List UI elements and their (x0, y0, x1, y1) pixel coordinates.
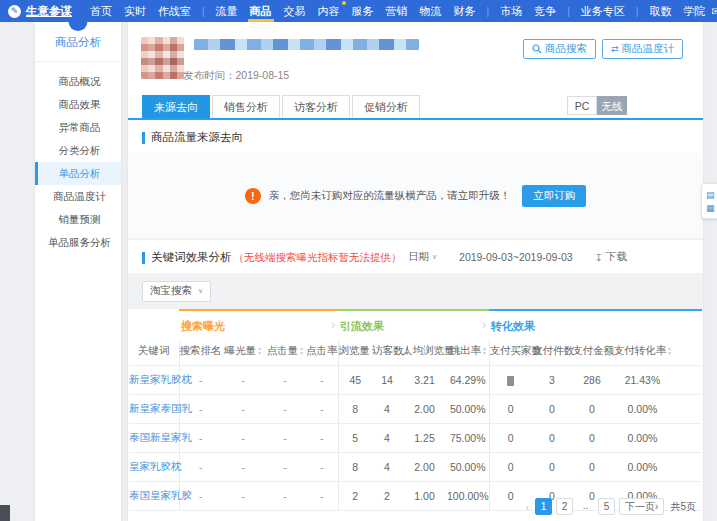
nav-item-财务[interactable]: 财务 (448, 0, 482, 22)
nav-item-作战室[interactable]: 作战室 (152, 0, 197, 22)
brand[interactable]: ✎ 生意参谋 (8, 4, 72, 19)
column-header-人均浏览量[interactable]: 人均浏览量▴▾ (402, 340, 447, 366)
nav-item-业务专区[interactable]: 业务专区 (575, 0, 631, 22)
cell-点击率: - (306, 395, 338, 424)
product-thermometer-label: 商品温度计 (622, 42, 675, 56)
device-option-无线[interactable]: 无线 (597, 96, 627, 115)
cell-访客数: 14 (372, 366, 402, 395)
sidebar-item-销量预测[interactable]: 销量预测 (35, 208, 121, 231)
product-search-label: 商品搜索 (545, 42, 587, 56)
download-icon: ↧ (595, 252, 603, 263)
nav-item-商品[interactable]: 商品 (244, 0, 278, 22)
product-thermometer-button[interactable]: ⇄ 商品温度计 (602, 39, 683, 59)
date-dropdown[interactable]: 日期 ∨ (408, 250, 437, 264)
nav-item-学院[interactable]: 学院 (677, 0, 711, 22)
product-search-button[interactable]: 商品搜索 (523, 39, 596, 59)
sidebar-item-异常商品[interactable]: 异常商品 (35, 116, 121, 139)
column-header-跳出率[interactable]: 跳出率▴▾ (447, 340, 489, 366)
cell-曝光量: - (222, 424, 264, 453)
keyword-link[interactable]: 泰国皇家乳胶 (129, 482, 179, 511)
nav-item-竞争[interactable]: 竞争 (528, 0, 562, 22)
cell-支付转化率: 0.00% (612, 453, 673, 482)
column-header-浏览量[interactable]: 浏览量▴▾ (338, 340, 372, 366)
date-range-value[interactable]: 2019-09-03~2019-09-03 (459, 251, 573, 263)
tab-促销分析[interactable]: 促销分析 (352, 95, 420, 118)
filter-band: 淘宝搜索 ∨ (128, 273, 703, 309)
nav-item-市场[interactable]: 市场 (494, 0, 528, 22)
nav-item-内容[interactable]: 内容 (312, 0, 346, 22)
download-label: 下载 (606, 250, 627, 264)
page-button-1[interactable]: 1 (535, 498, 552, 515)
tab-bar: 来源去向销售分析访客分析促销分析 PC无线 (128, 96, 703, 120)
nav-item-取数[interactable]: 取数 (643, 0, 677, 22)
group-header-引流效果: 引流效果 (338, 310, 489, 340)
sidebar-item-商品效果[interactable]: 商品效果 (35, 93, 121, 116)
floating-helper-widget[interactable]: ▤ ▦ (701, 183, 717, 219)
column-header-点击率[interactable]: 点击率▴▾ (306, 340, 338, 366)
sidebar: 商品分析 商品概况商品效果异常商品分类分析单品分析商品温度计销量预测单品服务分析 (35, 22, 121, 521)
messages[interactable]: ✉ 消息 (711, 0, 717, 26)
nav-item-服务[interactable]: 服务 (346, 0, 380, 22)
nav-item-首页[interactable]: 首页 (84, 0, 118, 22)
nav-item-交易[interactable]: 交易 (278, 0, 312, 22)
cell-支付件数: 0 (532, 453, 572, 482)
cell-访客数: 4 (372, 424, 402, 453)
tab-来源去向[interactable]: 来源去向 (142, 95, 210, 118)
cell-人均浏览量: 1.25 (402, 424, 447, 453)
nav-item-物流[interactable]: 物流 (414, 0, 448, 22)
cell-支付金额: 286 (572, 366, 612, 395)
nav-separator: | (197, 6, 210, 17)
device-toggle: PC无线 (567, 96, 627, 115)
order-now-button[interactable]: 立即订购 (522, 185, 586, 207)
column-header-搜索排名[interactable]: 搜索排名▴▾ (179, 340, 222, 366)
device-option-PC[interactable]: PC (567, 96, 597, 115)
helper-icon: ▦ (706, 203, 715, 213)
section-mark (142, 132, 145, 144)
nav-item-实时[interactable]: 实时 (118, 0, 152, 22)
sort-icon: ▴▾ (258, 346, 261, 356)
page-button-2[interactable]: 2 (556, 498, 573, 515)
column-header-点击量[interactable]: 点击量▴▾ (264, 340, 306, 366)
cell-跳出率: 100.00% (447, 482, 489, 511)
column-header-曝光量[interactable]: 曝光量▴▾ (222, 340, 264, 366)
sidebar-item-单品分析[interactable]: 单品分析 (35, 162, 121, 185)
download-button[interactable]: ↧ 下载 (595, 250, 627, 264)
tab-访客分析[interactable]: 访客分析 (282, 95, 350, 118)
cell-点击率: - (306, 424, 338, 453)
prev-page-button[interactable]: ‹ (523, 501, 531, 513)
keyword-link[interactable]: 泰国新皇家乳 (129, 424, 179, 453)
sidebar-item-单品服务分析[interactable]: 单品服务分析 (35, 231, 121, 254)
cell-点击量: - (264, 482, 306, 511)
cell-支付转化率: 0.00% (612, 395, 673, 424)
cell-访客数: 2 (372, 482, 402, 511)
keyword-section-title: 关键词效果分析 (151, 250, 232, 265)
column-header-支付金额[interactable]: 支付金额▴▾ (572, 340, 612, 366)
cell-支付金额: 0 (572, 395, 612, 424)
keyword-link[interactable]: 皇家乳胶枕 (129, 453, 179, 482)
keyword-link[interactable]: 新皇家泰国乳 (129, 395, 179, 424)
page-button-5[interactable]: 5 (598, 498, 615, 515)
cell-人均浏览量: 3.21 (402, 366, 447, 395)
cell-支付金额: 0 (572, 453, 612, 482)
keyword-link[interactable]: 新皇家乳胶枕 (129, 366, 179, 395)
tab-销售分析[interactable]: 销售分析 (212, 95, 280, 118)
cell-曝光量: - (222, 453, 264, 482)
sidebar-item-分类分析[interactable]: 分类分析 (35, 139, 121, 162)
cell-人均浏览量: 2.00 (402, 395, 447, 424)
corner-chat-widget[interactable] (0, 505, 10, 521)
date-label: 日期 (408, 250, 429, 264)
nav-item-营销[interactable]: 营销 (380, 0, 414, 22)
column-header-支付件数[interactable]: 支付件数▴▾ (532, 340, 572, 366)
next-page-button[interactable]: 下一页› (619, 498, 664, 515)
sidebar-item-商品温度计[interactable]: 商品温度计 (35, 185, 121, 208)
sidebar-item-商品概况[interactable]: 商品概况 (35, 70, 121, 93)
keyword-section: 关键词效果分析 （无线端搜索曝光指标暂无法提供） 日期 ∨ 2019-09-03… (128, 239, 703, 511)
cell-点击率: - (306, 482, 338, 511)
nav-item-流量[interactable]: 流量 (210, 0, 244, 22)
search-channel-select[interactable]: 淘宝搜索 ∨ (142, 281, 211, 302)
cell-点击量: - (264, 453, 306, 482)
column-header-支付转化率[interactable]: 支付转化率▴▾ (612, 340, 673, 366)
column-header-关键词: 关键词 (129, 340, 179, 366)
page-ellipsis: .. (577, 498, 594, 515)
column-header-访客数[interactable]: 访客数▴▾ (372, 340, 402, 366)
